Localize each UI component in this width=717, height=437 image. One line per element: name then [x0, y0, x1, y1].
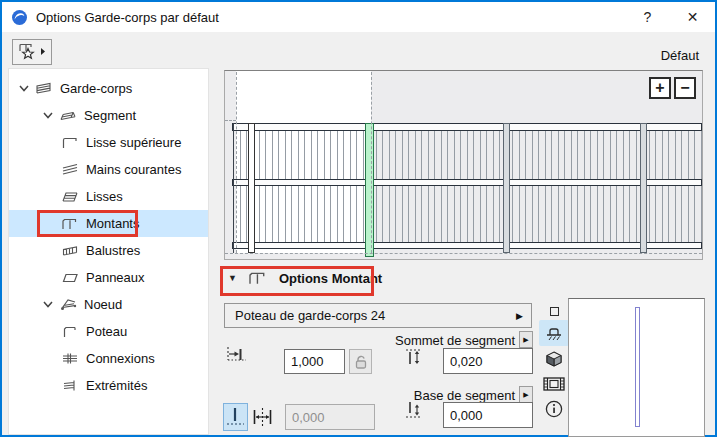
favorites-railing-star-icon	[17, 42, 47, 62]
spacing-dimension-icon	[224, 344, 250, 370]
top-rail-drawing	[232, 123, 702, 131]
spacing-input[interactable]	[285, 404, 375, 430]
tree-item-montants[interactable]: Montants	[9, 210, 208, 237]
info-icon	[544, 399, 564, 419]
tree-item-label: Panneaux	[86, 270, 145, 285]
tree-item-poteau[interactable]: Poteau	[9, 318, 208, 345]
tree-item-lisse-sup-rieure[interactable]: Lisse supérieure	[9, 129, 208, 156]
chevron-down-icon[interactable]	[39, 112, 57, 119]
film-strip-icon	[542, 374, 566, 394]
zoom-in-button[interactable]: +	[649, 77, 671, 99]
square-symbol-icon	[550, 307, 559, 316]
panels-icon	[59, 270, 81, 286]
tree-item-lisses[interactable]: Lisses	[9, 183, 208, 210]
handrails-icon	[59, 162, 81, 178]
window-title: Options Garde-corps par défaut	[36, 10, 219, 25]
tree-item-label: Connexions	[86, 351, 155, 366]
tree-item-balustres[interactable]: Balustres	[9, 237, 208, 264]
tree-item-connexions[interactable]: Connexions	[9, 345, 208, 372]
tree-item-garde-corps[interactable]: Garde-corps	[9, 75, 208, 102]
segment-start-edge	[233, 123, 234, 253]
rails-icon	[59, 189, 81, 205]
base-offset-flyout-button[interactable]: ▶	[519, 386, 533, 403]
toprail-icon	[59, 135, 81, 151]
options-montant-header: ▼ Options Montant	[224, 260, 703, 298]
elevation-view-icon	[543, 324, 565, 343]
top-offset-flyout-button[interactable]: ▶	[519, 331, 533, 348]
cube-3d-icon	[544, 350, 564, 370]
balusters-drawing	[233, 131, 702, 242]
montant-preview-panel	[568, 298, 705, 437]
default-label: Défaut	[661, 48, 699, 63]
unlock-icon	[353, 353, 369, 370]
title-bar: Options Garde-corps par défaut ? ✕	[2, 2, 715, 32]
close-button[interactable]: ✕	[670, 2, 715, 32]
chevron-down-icon[interactable]	[15, 85, 33, 92]
tree: Garde-corpsSegmentLisse supérieureMains …	[8, 68, 209, 435]
tree-item-label: Mains courantes	[86, 162, 181, 177]
balusters-icon	[59, 243, 81, 259]
guide-line	[371, 72, 372, 253]
montant-profile-shape	[635, 307, 640, 427]
top-offset-label: Sommet de segment	[365, 333, 515, 348]
tree-item-label: Segment	[84, 108, 136, 123]
ends-icon	[59, 378, 81, 394]
start-post-drawing	[248, 123, 255, 253]
montant-length-input[interactable]	[284, 349, 345, 374]
toolbar: Défaut	[2, 32, 715, 68]
base-offset-icon	[404, 398, 428, 426]
fixed-position-toggle[interactable]	[223, 403, 248, 431]
dropdown-arrow-icon: ▶	[516, 311, 523, 321]
archicad-logo-icon	[11, 9, 28, 26]
tree-item-label: Garde-corps	[60, 81, 132, 96]
post-drawing	[640, 123, 647, 253]
tree-item-label: Balustres	[86, 243, 140, 258]
tree-item-label: Lisses	[86, 189, 123, 204]
post-drawing	[503, 123, 510, 253]
bottom-rail-drawing	[232, 242, 702, 249]
base-offset-input[interactable]	[443, 402, 533, 428]
montant-profile-dropdown[interactable]: Poteau de garde-corps 24 ▶	[224, 303, 532, 328]
tree-item-extr-mit-s[interactable]: Extrémités	[9, 372, 208, 399]
info-toggle[interactable]	[539, 397, 569, 421]
selected-montant-drawing[interactable]	[365, 123, 374, 257]
mid-rail-drawing	[232, 179, 702, 186]
connections-icon	[59, 351, 81, 367]
tree-item-label: Montants	[86, 216, 139, 231]
tree-item-label: Extrémités	[86, 378, 147, 393]
section-title: Options Montant	[279, 271, 382, 286]
montant-icon	[247, 270, 269, 286]
posts-icon	[59, 216, 81, 232]
zoom-out-button[interactable]: −	[674, 77, 696, 99]
base-offset-label: Base de segment	[365, 388, 515, 403]
post-icon	[59, 324, 81, 340]
tree-item-label: Lisse supérieure	[86, 135, 181, 150]
3d-view-toggle[interactable]	[539, 348, 569, 372]
distribute-spacing-toggle[interactable]	[250, 403, 275, 431]
top-offset-icon	[404, 344, 428, 372]
top-offset-input[interactable]	[443, 348, 533, 374]
montant-profile-value: Poteau de garde-corps 24	[235, 308, 385, 323]
list-view-toggle[interactable]	[539, 372, 569, 396]
tree-item-label: Poteau	[86, 324, 127, 339]
chevron-down-icon[interactable]	[39, 301, 57, 308]
railing-preview[interactable]: + −	[224, 70, 703, 260]
lock-button[interactable]	[349, 349, 372, 374]
base-guide-line	[225, 253, 702, 254]
guide-line	[236, 72, 237, 253]
segment-icon	[57, 108, 79, 124]
railing-default-options-dialog: Options Garde-corps par défaut ? ✕ Défau…	[0, 0, 717, 437]
help-button[interactable]: ?	[625, 2, 670, 32]
elevation-view-toggle[interactable]	[539, 320, 569, 346]
tree-item-panneaux[interactable]: Panneaux	[9, 264, 208, 291]
top-guide-line	[225, 120, 236, 121]
tree-item-label: Noeud	[84, 297, 122, 312]
tree-item-mains-courantes[interactable]: Mains courantes	[9, 156, 208, 183]
tree-item-segment[interactable]: Segment	[9, 102, 208, 129]
railing-icon	[33, 81, 55, 97]
node-icon	[57, 297, 79, 313]
tree-item-noeud[interactable]: Noeud	[9, 291, 208, 318]
collapse-triangle-icon[interactable]: ▼	[228, 273, 237, 283]
favorites-button[interactable]	[12, 39, 52, 65]
